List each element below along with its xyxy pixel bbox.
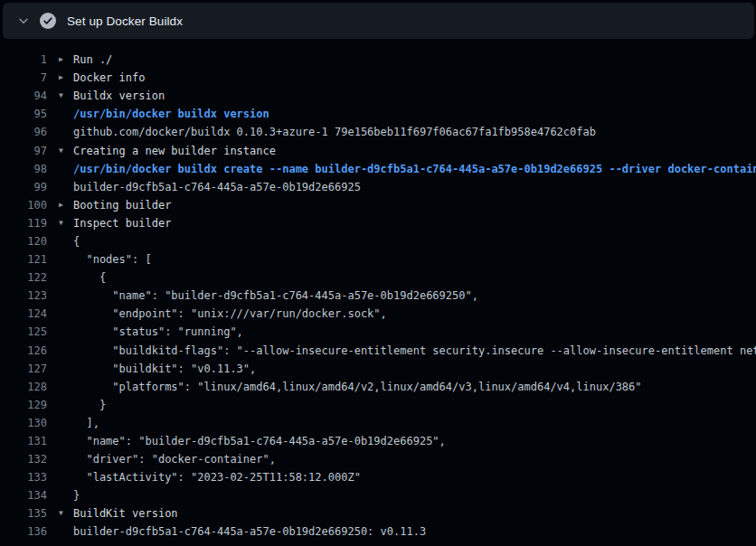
log-line: 121 "nodes": [: [0, 250, 756, 268]
line-number[interactable]: 136: [0, 525, 47, 538]
log-line: 134 }: [0, 486, 756, 504]
log-line: 132 "driver": "docker-container",: [0, 450, 756, 468]
line-number[interactable]: 130: [0, 417, 47, 429]
triangle-down-icon[interactable]: ▼: [59, 510, 73, 517]
line-number[interactable]: 94: [0, 89, 47, 102]
triangle-right-icon[interactable]: ▶: [59, 56, 73, 63]
log-line: 130 ],: [0, 414, 756, 432]
line-number[interactable]: 98: [0, 163, 47, 175]
output-text: "buildkitd-flags": "--allow-insecure-ent…: [73, 344, 756, 357]
log-line[interactable]: 94 ▼Buildx version: [0, 87, 756, 105]
line-number[interactable]: 119: [0, 217, 47, 230]
group-title[interactable]: Docker info: [73, 71, 145, 84]
line-number[interactable]: 129: [0, 399, 47, 411]
log-line: 124 "endpoint": "unix:///var/run/docker.…: [0, 305, 756, 323]
log-line: 95 /usr/bin/docker buildx version: [0, 105, 756, 123]
log-line: 125 "status": "running",: [0, 323, 756, 341]
step-header[interactable]: Set up Docker Buildx: [3, 3, 754, 39]
triangle-right-icon[interactable]: ▶: [59, 74, 73, 81]
log-line: 120 {: [0, 232, 756, 250]
output-text: }: [73, 489, 80, 502]
command-text: /usr/bin/docker buildx version: [73, 108, 269, 120]
group-title[interactable]: Buildx version: [73, 89, 165, 102]
output-text: {: [73, 235, 80, 248]
log-line[interactable]: 135 ▼BuildKit version: [0, 504, 756, 522]
log-line: 128 "platforms": "linux/amd64,linux/amd6…: [0, 378, 756, 396]
line-number[interactable]: 125: [0, 325, 47, 338]
output-text: builder-d9cfb5a1-c764-445a-a57e-0b19d2e6…: [73, 181, 361, 193]
line-number[interactable]: 132: [0, 453, 47, 466]
chevron-down-icon[interactable]: [17, 14, 30, 27]
group-title[interactable]: Booting builder: [73, 199, 171, 212]
log-line: 99 builder-d9cfb5a1-c764-445a-a57e-0b19d…: [0, 178, 756, 196]
triangle-down-icon[interactable]: ▼: [59, 220, 73, 227]
line-number[interactable]: 123: [0, 289, 47, 302]
triangle-right-icon[interactable]: ▶: [59, 202, 73, 209]
line-number[interactable]: 95: [0, 108, 47, 120]
log-area: 1 ▶Run ./ 7 ▶Docker info 94 ▼Buildx vers…: [0, 39, 756, 541]
line-number[interactable]: 122: [0, 271, 47, 284]
log-line: 122 {: [0, 268, 756, 287]
line-number[interactable]: 133: [0, 471, 47, 484]
line-number[interactable]: 126: [0, 344, 47, 357]
log-line[interactable]: 97 ▼Creating a new builder instance: [0, 141, 756, 159]
line-number[interactable]: 124: [0, 307, 47, 320]
line-number[interactable]: 131: [0, 435, 47, 447]
output-text: "nodes": [: [73, 253, 152, 266]
line-number[interactable]: 97: [0, 145, 47, 157]
output-text: github.com/docker/buildx 0.10.3+azure-1 …: [73, 126, 596, 138]
output-text: "name": "builder-d9cfb5a1-c764-445a-a57e…: [73, 435, 446, 447]
line-number[interactable]: 134: [0, 489, 47, 502]
output-text: "name": "builder-d9cfb5a1-c764-445a-a57e…: [73, 289, 478, 302]
group-title[interactable]: BuildKit version: [73, 507, 178, 520]
line-number[interactable]: 128: [0, 381, 47, 393]
output-text: "driver": "docker-container",: [73, 453, 276, 466]
log-line[interactable]: 7 ▶Docker info: [0, 69, 756, 87]
output-text: "platforms": "linux/amd64,linux/amd64/v2…: [73, 381, 642, 393]
line-number[interactable]: 121: [0, 253, 47, 266]
log-line: 96 github.com/docker/buildx 0.10.3+azure…: [0, 123, 756, 141]
line-number[interactable]: 96: [0, 126, 47, 138]
check-circle-icon: [40, 13, 56, 29]
line-number[interactable]: 100: [0, 199, 47, 212]
step-title: Set up Docker Buildx: [67, 14, 183, 28]
log-line[interactable]: 119 ▼Inspect builder: [0, 214, 756, 232]
log-line: 98 /usr/bin/docker buildx create --name …: [0, 160, 756, 178]
log-line: 136 builder-d9cfb5a1-c764-445a-a57e-0b19…: [0, 522, 756, 541]
output-text: "lastActivity": "2023-02-25T11:58:12.000…: [73, 471, 361, 484]
line-number[interactable]: 135: [0, 507, 47, 520]
log-line: 123 "name": "builder-d9cfb5a1-c764-445a-…: [0, 287, 756, 305]
triangle-down-icon[interactable]: ▼: [59, 92, 73, 99]
group-title[interactable]: Creating a new builder instance: [73, 145, 276, 157]
log-line: 133 "lastActivity": "2023-02-25T11:58:12…: [0, 468, 756, 486]
output-text: "endpoint": "unix:///var/run/docker.sock…: [73, 307, 387, 320]
group-title[interactable]: Inspect builder: [73, 217, 171, 230]
command-text: /usr/bin/docker buildx create --name bui…: [73, 163, 756, 175]
line-number[interactable]: 127: [0, 362, 47, 375]
line-number[interactable]: 7: [0, 71, 47, 84]
line-number[interactable]: 120: [0, 235, 47, 248]
output-text: {: [73, 271, 106, 284]
line-number[interactable]: 1: [0, 53, 47, 66]
log-line: 127 "buildkit": "v0.11.3",: [0, 360, 756, 378]
triangle-down-icon[interactable]: ▼: [59, 147, 73, 155]
log-line: 126 "buildkitd-flags": "--allow-insecure…: [0, 342, 756, 360]
output-text: }: [73, 399, 106, 411]
group-title[interactable]: Run ./: [73, 53, 112, 66]
output-text: "status": "running",: [73, 325, 243, 338]
output-text: "buildkit": "v0.11.3",: [73, 362, 256, 375]
output-text: builder-d9cfb5a1-c764-445a-a57e-0b19d2e6…: [73, 525, 426, 538]
line-number[interactable]: 99: [0, 181, 47, 193]
log-line[interactable]: 1 ▶Run ./: [0, 51, 756, 69]
log-line: 129 }: [0, 396, 756, 414]
log-line[interactable]: 100 ▶Booting builder: [0, 196, 756, 214]
log-line: 131 "name": "builder-d9cfb5a1-c764-445a-…: [0, 432, 756, 450]
output-text: ],: [73, 417, 99, 429]
